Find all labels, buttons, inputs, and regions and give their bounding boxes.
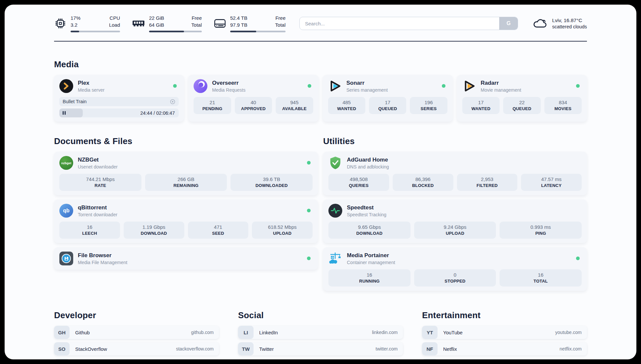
link-netflix[interactable]: NF Netflix netflix.com bbox=[422, 342, 587, 355]
stat-tile-wanted: 17WANTED bbox=[462, 97, 500, 114]
radarr-icon bbox=[462, 79, 476, 93]
link-github[interactable]: GH Github github.com bbox=[54, 326, 219, 339]
section-media: Media Plex Media server bbox=[54, 59, 587, 122]
stat-tile-latency: 47.57 msLATENCY bbox=[521, 174, 582, 191]
stat-tile-ping: 0.993 msPING bbox=[500, 222, 582, 239]
stat-tile-rate: 744.21 MbpsRATE bbox=[59, 174, 141, 191]
stat-tile-seed: 471SEED bbox=[188, 222, 249, 239]
dashboard-page: 17% 3.2 CPU Load bbox=[5, 5, 636, 359]
link-youtube[interactable]: YT YouTube youtube.com bbox=[422, 326, 587, 339]
app-card-filebrowser[interactable]: File Browser Media File Management bbox=[54, 247, 318, 270]
playback-progress-bar[interactable]: 24:44 / 02:06:47 bbox=[59, 108, 179, 117]
link-reddit[interactable]: RE Reddit reddit.com bbox=[422, 359, 587, 359]
memory-total-value: 64 GiB bbox=[149, 21, 164, 28]
stat-tile-queries: 498,508QUERIES bbox=[328, 174, 389, 191]
weather-widget: Lviv, 16.87°C scattered clouds bbox=[533, 17, 587, 29]
media-type-icon bbox=[170, 99, 175, 105]
search-engine-button[interactable]: G bbox=[499, 17, 518, 30]
cpu-stat: 17% 3.2 CPU Load bbox=[54, 15, 120, 32]
link-name: LinkedIn bbox=[259, 330, 278, 335]
stat-tile-filtered: 2,953FILTERED bbox=[457, 174, 518, 191]
section-developer: Developer GH Github github.com SO StackO… bbox=[54, 310, 219, 359]
app-card-qbittorrent[interactable]: qb qBittorrent Torrent downloader 16LEEC… bbox=[54, 199, 318, 243]
link-url: twitter.com bbox=[376, 346, 403, 351]
link-url: stackoverflow.com bbox=[176, 346, 219, 351]
status-online-dot bbox=[307, 161, 311, 165]
app-card-nzbget[interactable]: nzbget NZBGet Usenet downloader 744.21 M… bbox=[54, 152, 318, 195]
app-name: File Browser bbox=[78, 252, 127, 259]
plex-icon bbox=[59, 79, 73, 93]
app-description: DNS and adblocking bbox=[347, 164, 389, 169]
portainer-icon bbox=[328, 252, 342, 265]
link-badge: SO bbox=[54, 342, 70, 355]
stat-tile-upload: 618.52 MbpsUPLOAD bbox=[252, 222, 313, 239]
stat-tile-download: 9.65 GbpsDOWNLOAD bbox=[328, 222, 411, 239]
app-name: Radarr bbox=[481, 80, 521, 86]
disk-free-value: 52.4 TB bbox=[230, 15, 247, 21]
link-name: Netflix bbox=[443, 346, 457, 352]
sonarr-icon bbox=[328, 79, 342, 93]
cpu-percent: 17% bbox=[71, 15, 80, 21]
ram-icon bbox=[132, 19, 145, 28]
now-playing-title: Bullet Train bbox=[63, 99, 87, 104]
stat-tile-queued: 17QUEUED bbox=[369, 97, 406, 114]
app-card-adguard[interactable]: AdGuard Home DNS and adblocking 498,508Q… bbox=[323, 152, 587, 195]
section-title-entertainment: Entertainment bbox=[422, 310, 587, 320]
stat-tile-downloaded: 39.6 TBDOWNLOADED bbox=[230, 174, 313, 191]
section-title-media: Media bbox=[54, 59, 587, 70]
link-badge: TW bbox=[238, 342, 254, 355]
stat-tile-approved: 40APPROVED bbox=[235, 97, 272, 114]
link-badge: LI bbox=[238, 326, 254, 339]
stat-tile-wanted: 485WANTED bbox=[328, 97, 365, 114]
section-title-documents: Documents & Files bbox=[54, 136, 318, 146]
app-name: AdGuard Home bbox=[347, 157, 389, 163]
memory-progress-bar bbox=[149, 31, 202, 32]
section-documents: Documents & Files nzbget NZBGet Usenet d… bbox=[54, 136, 318, 274]
app-card-overseerr[interactable]: Overseerr Media Requests 21PENDING 40APP… bbox=[188, 75, 318, 122]
app-name: qBittorrent bbox=[78, 204, 117, 211]
filebrowser-icon bbox=[59, 252, 73, 265]
app-name: Overseerr bbox=[212, 80, 245, 86]
link-name: Github bbox=[75, 330, 90, 335]
link-stackoverflow[interactable]: SO StackOverflow stackoverflow.com bbox=[54, 342, 219, 355]
app-name: Media Portainer bbox=[347, 252, 395, 259]
app-name: Sonarr bbox=[347, 80, 388, 86]
search-bar: G bbox=[299, 17, 518, 30]
section-social: Social LI LinkedIn linkedin.com TW Twitt… bbox=[238, 310, 403, 359]
app-name: Plex bbox=[78, 80, 105, 86]
link-badge: DT bbox=[54, 359, 70, 359]
stat-tile-queued: 22QUEUED bbox=[503, 97, 540, 114]
app-description: Torrent downloader bbox=[78, 212, 117, 217]
cloud-icon bbox=[533, 17, 548, 29]
disk-progress-bar bbox=[230, 31, 286, 32]
link-url: netflix.com bbox=[560, 346, 587, 351]
app-card-portainer[interactable]: Media Portainer Container management 16R… bbox=[323, 247, 587, 291]
link-name: StackOverflow bbox=[75, 346, 107, 352]
app-description: Media server bbox=[78, 87, 105, 93]
header-divider bbox=[54, 41, 587, 42]
stat-tile-stopped: 0STOPPED bbox=[414, 269, 496, 287]
link-url: linkedin.com bbox=[372, 330, 403, 335]
link-dev[interactable]: DT DEV dev.to bbox=[54, 359, 219, 359]
link-url: github.com bbox=[191, 330, 219, 335]
link-twitter[interactable]: TW Twitter twitter.com bbox=[238, 342, 403, 355]
link-linkedin[interactable]: LI LinkedIn linkedin.com bbox=[238, 326, 403, 339]
app-description: Series management bbox=[347, 87, 388, 93]
stat-tile-total: 16TOTAL bbox=[500, 269, 582, 287]
top-bar: 17% 3.2 CPU Load bbox=[5, 5, 636, 32]
app-card-radarr[interactable]: Radarr Movie management 17WANTED 22QUEUE… bbox=[457, 75, 587, 122]
link-badge: YT bbox=[422, 326, 438, 339]
memory-free-value: 22 GiB bbox=[149, 15, 164, 21]
app-card-speedtest[interactable]: Speedtest Speedtest Tracking 9.65 GbpsDO… bbox=[323, 199, 587, 243]
pause-icon bbox=[63, 111, 64, 115]
search-input[interactable] bbox=[300, 17, 499, 30]
status-online-dot bbox=[576, 84, 580, 88]
cpu-icon bbox=[54, 17, 67, 30]
app-card-sonarr[interactable]: Sonarr Series management 485WANTED 17QUE… bbox=[323, 75, 453, 122]
playback-progress-fill bbox=[59, 108, 83, 117]
memory-stat: 22 GiB 64 GiB Free Total bbox=[132, 15, 202, 32]
speedtest-icon bbox=[328, 204, 342, 218]
stat-tile-series: 196SERIES bbox=[410, 97, 447, 114]
section-entertainment: Entertainment YT YouTube youtube.com NF … bbox=[422, 310, 587, 359]
app-card-plex[interactable]: Plex Media server Bullet Train 24:44 / 0 bbox=[54, 75, 184, 122]
